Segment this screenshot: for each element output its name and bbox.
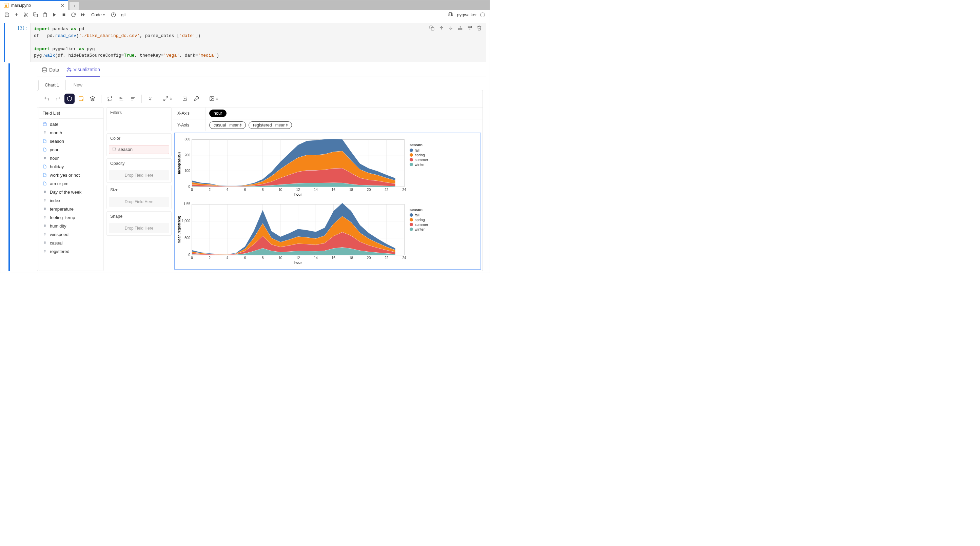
dropzone[interactable]: Drop Field Here xyxy=(109,223,169,233)
run-button[interactable] xyxy=(50,11,59,19)
cal-type-icon xyxy=(42,122,47,126)
close-icon[interactable]: ✕ xyxy=(60,3,65,8)
field-item[interactable]: holiday xyxy=(39,162,103,171)
timing-button[interactable] xyxy=(109,11,118,19)
mark-type-button[interactable] xyxy=(76,94,86,104)
sparkle-icon xyxy=(66,67,72,72)
legend-label: spring xyxy=(415,153,425,157)
move-up-button[interactable] xyxy=(438,25,444,31)
field-item[interactable]: am or pm xyxy=(39,180,103,188)
field-item[interactable]: #humidity xyxy=(39,222,103,230)
svg-text:4: 4 xyxy=(226,256,229,260)
code-cell[interactable]: [3]: import pandas as pd df = pd.read_cs… xyxy=(4,23,486,62)
restart-button[interactable] xyxy=(69,11,78,19)
field-item[interactable]: #hour xyxy=(39,154,103,162)
x-axis-pill[interactable]: hour xyxy=(209,110,226,117)
legend-item[interactable]: winter xyxy=(410,227,428,231)
insert-below-button[interactable] xyxy=(466,25,473,31)
add-cell-button[interactable] xyxy=(12,11,21,19)
shape-shelf[interactable]: Shape Drop Field Here xyxy=(107,211,172,236)
legend-item[interactable]: summer xyxy=(410,223,428,226)
field-item[interactable]: #casual xyxy=(39,239,103,247)
run-all-button[interactable] xyxy=(78,11,87,19)
trash-icon[interactable] xyxy=(112,147,116,152)
field-name: index xyxy=(50,198,60,203)
dropzone[interactable]: Drop Field Here xyxy=(109,170,169,180)
aggregate-button[interactable] xyxy=(64,94,75,104)
field-item[interactable]: #index xyxy=(39,196,103,205)
dropzone[interactable]: Drop Field Here xyxy=(109,197,169,207)
field-item[interactable]: #month xyxy=(39,129,103,137)
field-item[interactable]: #winspeed xyxy=(39,230,103,239)
chart-tab-new[interactable]: + New xyxy=(66,80,86,90)
svg-rect-21 xyxy=(468,26,471,27)
field-item[interactable]: date xyxy=(39,120,103,129)
y-axis-pill-registered[interactable]: registered mean▴▾ xyxy=(248,121,292,129)
size-shelf[interactable]: Size Drop Field Here xyxy=(107,185,172,209)
export-button[interactable]: ⚙ xyxy=(208,94,219,104)
field-item[interactable]: #feeling_temp xyxy=(39,213,103,222)
field-item[interactable]: #temperature xyxy=(39,205,103,213)
y-axis-pill-casual[interactable]: casual mean▴▾ xyxy=(209,121,246,129)
stop-button[interactable] xyxy=(59,11,68,19)
field-item[interactable]: year xyxy=(39,145,103,154)
redo-button[interactable] xyxy=(53,94,63,104)
field-item[interactable]: #Day of the week xyxy=(39,188,103,196)
legend-item[interactable]: fall xyxy=(410,213,428,217)
save-button[interactable] xyxy=(2,11,11,19)
color-pill[interactable]: season xyxy=(109,145,169,154)
pill-agg[interactable]: mean▴▾ xyxy=(275,123,288,127)
transpose-button[interactable] xyxy=(105,94,115,104)
chart-canvas: 0100200300024681012141618202224hourmean(… xyxy=(174,132,481,270)
color-shelf[interactable]: Color season xyxy=(107,133,172,156)
legend-item[interactable]: fall xyxy=(410,148,428,152)
cell-code[interactable]: import pandas as pd df = pd.read_csv('./… xyxy=(30,23,486,62)
field-item[interactable]: season xyxy=(39,137,103,145)
legend-item[interactable]: winter xyxy=(410,162,428,167)
filters-shelf[interactable]: Filters xyxy=(107,108,172,131)
hash-type-icon: # xyxy=(42,156,47,161)
paste-button[interactable] xyxy=(40,11,49,19)
legend-item[interactable]: summer xyxy=(410,158,428,162)
debug-button[interactable] xyxy=(191,94,201,104)
new-tab-button[interactable]: + xyxy=(70,2,79,10)
svg-text:16: 16 xyxy=(332,188,336,192)
cut-button[interactable] xyxy=(21,11,30,19)
layout-mode-button[interactable]: ⚙ xyxy=(162,94,173,104)
legend-item[interactable]: spring xyxy=(410,218,428,222)
undo-button[interactable] xyxy=(41,94,51,104)
svg-point-24 xyxy=(42,67,46,69)
debug-icon[interactable] xyxy=(448,11,453,18)
coord-system-button[interactable] xyxy=(180,94,190,104)
size-label: Size xyxy=(107,185,171,195)
insert-above-button[interactable] xyxy=(457,25,463,31)
tab-bar: ▦ main.ipynb ✕ + xyxy=(0,0,490,10)
stack-button[interactable] xyxy=(88,94,98,104)
tab-visualization[interactable]: Visualization xyxy=(66,63,100,76)
legend-title: season xyxy=(410,143,428,147)
field-item[interactable]: work yes or not xyxy=(39,171,103,180)
legend-item[interactable]: spring xyxy=(410,153,428,157)
kernel-status-icon xyxy=(480,13,485,17)
svg-text:mean(registered): mean(registered) xyxy=(177,216,181,243)
txt-type-icon xyxy=(42,147,47,152)
pill-agg[interactable]: mean▴▾ xyxy=(229,123,242,127)
legend-label: winter xyxy=(415,227,425,231)
field-item[interactable]: #registered xyxy=(39,247,103,256)
axis-resize-button[interactable] xyxy=(145,94,155,104)
tab-data[interactable]: Data xyxy=(42,63,59,76)
sort-asc-button[interactable] xyxy=(116,94,126,104)
copy-button[interactable] xyxy=(31,11,40,19)
svg-text:200: 200 xyxy=(185,153,190,157)
cell-type-select[interactable]: Code ▾ xyxy=(89,12,107,17)
duplicate-cell-button[interactable] xyxy=(429,25,435,31)
git-label[interactable]: git xyxy=(121,12,126,17)
chart-tab-1[interactable]: Chart 1 xyxy=(38,80,66,90)
opacity-shelf[interactable]: Opacity Drop Field Here xyxy=(107,158,172,183)
kernel-name[interactable]: pygwalker xyxy=(457,12,477,17)
move-down-button[interactable] xyxy=(448,25,454,31)
sort-desc-button[interactable] xyxy=(128,94,138,104)
svg-text:10: 10 xyxy=(278,188,282,192)
file-tab-main[interactable]: ▦ main.ipynb ✕ xyxy=(0,0,68,10)
delete-cell-button[interactable] xyxy=(476,25,482,31)
